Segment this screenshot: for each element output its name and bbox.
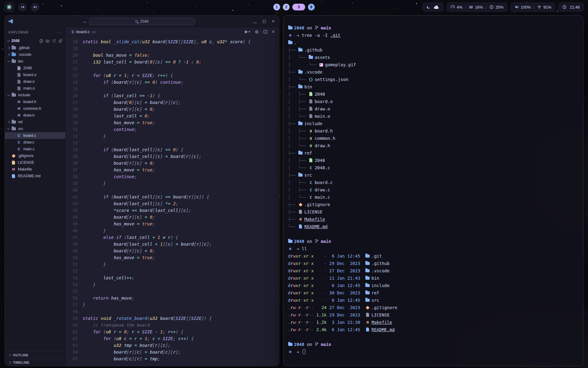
code-editor[interactable]: 18static bool _slide_col(u32 board[SIZE]… bbox=[66, 36, 279, 366]
weather-widget[interactable] bbox=[422, 2, 443, 12]
line-number[interactable]: 36 bbox=[66, 160, 78, 167]
line-number[interactable]: 44 bbox=[66, 214, 78, 220]
tree-item-LICENSE[interactable]: LICENSE bbox=[5, 159, 65, 166]
code-line[interactable]: 57} bbox=[66, 301, 279, 308]
line-number[interactable]: 45 bbox=[66, 220, 78, 227]
code-line[interactable]: 31 continue; bbox=[66, 126, 279, 133]
line-number[interactable]: 62 bbox=[66, 335, 78, 342]
line-number[interactable]: 38 bbox=[66, 173, 78, 180]
code-line[interactable]: 25 bbox=[66, 86, 279, 92]
terminal-content[interactable]: 2048 on main❄ → tree -a -I .git.├── .git… bbox=[284, 16, 583, 355]
line-number[interactable]: 49 bbox=[66, 247, 78, 254]
code-line[interactable]: 22 bbox=[66, 65, 279, 72]
tree-item-src[interactable]: src bbox=[5, 125, 65, 132]
line-number[interactable]: 34 bbox=[66, 146, 78, 153]
collapse-all-button[interactable] bbox=[58, 39, 62, 43]
line-number[interactable]: 26 bbox=[66, 92, 78, 99]
explorer-menu-button[interactable]: ··· bbox=[57, 30, 62, 35]
line-number[interactable]: 30 bbox=[66, 119, 78, 126]
code-line[interactable]: 38 continue; bbox=[66, 173, 279, 180]
line-number[interactable]: 21 bbox=[66, 59, 78, 65]
tree-item-README.md[interactable]: README.md bbox=[5, 173, 65, 179]
tree-item-include[interactable]: include bbox=[5, 92, 65, 98]
code-line[interactable]: 63 u32 tmp = board[r][c]; bbox=[66, 342, 279, 349]
timeline-section[interactable]: TIMELINE bbox=[5, 358, 65, 366]
code-line[interactable]: 45 has_move = true; bbox=[66, 220, 279, 227]
code-line[interactable]: 33 bbox=[66, 140, 279, 146]
line-number[interactable]: 33 bbox=[66, 140, 78, 146]
line-number[interactable]: 65 bbox=[66, 355, 78, 362]
code-line[interactable]: 29 last_cell = 0; bbox=[66, 113, 279, 119]
code-line[interactable]: 60 // transpose the board bbox=[66, 322, 279, 328]
line-number[interactable]: 27 bbox=[66, 99, 78, 106]
explorer-title[interactable]: EXPLORER bbox=[9, 30, 28, 34]
code-line[interactable]: 39 } bbox=[66, 180, 279, 187]
code-line[interactable]: 32 } bbox=[66, 133, 279, 140]
line-number[interactable]: 31 bbox=[66, 126, 78, 133]
workspace-2[interactable]: 2 bbox=[283, 4, 290, 10]
close-button[interactable]: × bbox=[272, 19, 275, 24]
refresh-button[interactable] bbox=[52, 39, 56, 43]
workspace-1[interactable]: 1 bbox=[273, 4, 280, 10]
line-number[interactable]: 52 bbox=[66, 268, 78, 274]
line-number[interactable]: 63 bbox=[66, 342, 78, 349]
tree-item-.github[interactable]: .github bbox=[5, 44, 65, 51]
line-number[interactable]: 22 bbox=[66, 65, 78, 72]
tree-item-ref[interactable]: ref bbox=[5, 119, 65, 125]
tree-item-draw.h[interactable]: Hdraw.h bbox=[5, 112, 65, 119]
line-number[interactable]: 43 bbox=[66, 207, 78, 214]
workspace-3[interactable]: 3 bbox=[292, 4, 305, 10]
line-number[interactable]: 24 bbox=[66, 79, 78, 86]
tab-board.c[interactable]: C board.c src bbox=[69, 27, 99, 36]
line-number[interactable]: 56 bbox=[66, 295, 78, 301]
minimize-button[interactable] bbox=[253, 20, 257, 24]
line-number[interactable]: 46 bbox=[66, 227, 78, 234]
code-line[interactable]: 36 board[r][c] = 0; bbox=[66, 160, 279, 167]
media-next-button[interactable] bbox=[31, 3, 39, 11]
line-number[interactable]: 55 bbox=[66, 288, 78, 295]
code-line[interactable]: 21 i32 last_cell = board[0][c] == 0 ? -1… bbox=[66, 59, 279, 65]
terminal-window[interactable]: 2048 on main❄ → tree -a -I .git.├── .git… bbox=[283, 15, 583, 366]
code-line[interactable]: 51 } bbox=[66, 261, 279, 268]
new-file-button[interactable] bbox=[39, 39, 43, 43]
line-number[interactable]: 23 bbox=[66, 72, 78, 79]
maximize-button[interactable] bbox=[263, 20, 266, 24]
code-line[interactable]: 30 has_move = true; bbox=[66, 119, 279, 126]
line-number[interactable]: 42 bbox=[66, 200, 78, 207]
code-line[interactable]: 61 for (u8 r = 0; r < SIZE - 1; r++) { bbox=[66, 328, 279, 335]
code-line[interactable]: 34 if (board[last_cell][c] == 0) { bbox=[66, 146, 279, 153]
code-line[interactable]: 59static void _rotate_board(u32 board[SI… bbox=[66, 315, 279, 322]
code-line[interactable]: 41 if (board[last_cell][c] == board[r][c… bbox=[66, 194, 279, 200]
code-line[interactable]: 23 for (u8 r = 1; r < SIZE; r++) { bbox=[66, 72, 279, 79]
tree-item-board.h[interactable]: Hboard.h bbox=[5, 98, 65, 105]
code-line[interactable]: 35 board[last_cell][c] = board[r][c]; bbox=[66, 153, 279, 160]
line-number[interactable]: 57 bbox=[66, 301, 78, 308]
line-number[interactable]: 32 bbox=[66, 133, 78, 140]
line-number[interactable]: 60 bbox=[66, 322, 78, 328]
code-line[interactable]: 52 bbox=[66, 268, 279, 274]
volume-network-widget[interactable]: 100%91% bbox=[511, 2, 555, 12]
code-line[interactable]: 49 board[r][c] = 0; bbox=[66, 247, 279, 254]
code-line[interactable]: 58 bbox=[66, 308, 279, 315]
split-editor-button[interactable] bbox=[263, 30, 267, 33]
line-number[interactable]: 37 bbox=[66, 167, 78, 173]
code-line[interactable]: 37 has_move = true; bbox=[66, 167, 279, 173]
code-line[interactable]: 54 } bbox=[66, 281, 279, 288]
tree-item-draw.c[interactable]: Cdraw.c bbox=[5, 139, 65, 146]
launcher-button[interactable] bbox=[4, 2, 14, 12]
code-line[interactable]: 24 if (board[r][c] == 0) continue; bbox=[66, 79, 279, 86]
line-number[interactable]: 61 bbox=[66, 328, 78, 335]
workspace-8[interactable]: 8 bbox=[308, 4, 315, 10]
line-number[interactable]: 53 bbox=[66, 274, 78, 281]
code-line[interactable]: 27 board[0][c] = board[r][c]; bbox=[66, 99, 279, 106]
code-line[interactable]: 64 board[r][c] = board[c][r]; bbox=[66, 349, 279, 355]
code-line[interactable]: 62 for (u8 c = r + 1; c < SIZE; c++) { bbox=[66, 335, 279, 342]
new-folder-button[interactable] bbox=[46, 39, 50, 43]
tree-item-bin[interactable]: bin bbox=[5, 58, 65, 65]
code-line[interactable]: 55 bbox=[66, 288, 279, 295]
line-number[interactable]: 28 bbox=[66, 106, 78, 113]
clock-widget[interactable]: 21:46 bbox=[558, 2, 584, 12]
project-root-row[interactable]: 2048 bbox=[5, 37, 65, 44]
line-number[interactable]: 20 bbox=[66, 52, 78, 59]
code-line[interactable]: 40 bbox=[66, 187, 279, 194]
